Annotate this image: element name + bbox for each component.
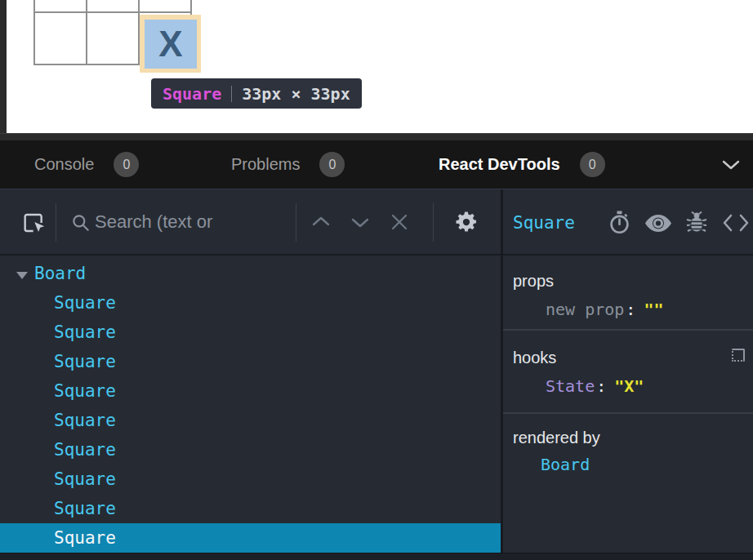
rendered-by-section: rendered by Board [503,414,753,553]
tooltip-divider [231,86,232,102]
component-tree: Board Square Square Square Square Square… [0,256,501,553]
board-row [34,0,191,12]
prop-colon: : [626,299,635,320]
tree-item-square-selected[interactable]: Square [0,523,501,553]
tab-console[interactable]: Console 0 [34,140,139,189]
tree-item-label: Square [54,440,116,460]
props-section: props new prop : "" [503,256,753,331]
tab-count-badge: 0 [114,152,139,177]
tree-item-label: Square [54,469,116,489]
hooks-section: hooks State: "X" [503,331,753,414]
tree-item-square[interactable]: Square [0,435,501,464]
rendered-by-owner[interactable]: Board [503,454,753,475]
board-cell-value: X [158,24,182,64]
hook-name: State [546,376,595,397]
tree-item-square[interactable]: Square [0,494,501,523]
board-cell[interactable] [87,0,139,12]
drawer-collapse-chevron-icon[interactable] [722,160,740,171]
tab-label: React DevTools [439,155,560,174]
selected-component-title: Square [513,189,575,256]
tab-react-devtools[interactable]: React DevTools 0 [439,140,605,189]
board-cell[interactable] [139,0,191,12]
tab-label: Console [34,155,94,174]
inspect-element-icon[interactable] [21,209,47,237]
tab-count-badge: 0 [580,152,605,177]
toolbar-divider [433,203,434,242]
board-cell[interactable] [34,12,87,64]
search-icon [70,212,91,233]
search-clear-icon[interactable] [390,213,408,231]
tree-item-label: Board [34,264,86,283]
stopwatch-profiler-icon[interactable] [608,210,631,236]
search-input[interactable] [95,207,287,237]
rendered-by-header: rendered by [513,427,753,448]
element-inspect-tooltip: Square 33px × 33px [151,78,362,109]
tab-label: Problems [231,155,300,174]
toolbar-divider [56,203,56,242]
board-cell[interactable] [87,12,139,64]
search-prev-chevron-up-icon[interactable] [312,216,330,227]
component-details-pane: props new prop : "" hooks State: "X" ren… [503,256,753,553]
hook-value[interactable]: "X" [614,376,644,397]
tree-item-square[interactable]: Square [0,406,501,435]
code-view-source-icon[interactable] [722,214,750,232]
tree-item-label: Square [54,499,116,518]
gear-icon[interactable] [454,210,479,234]
tree-item-square[interactable]: Square [0,347,501,376]
tree-item-label: Square [54,411,116,430]
expander-down-icon[interactable] [16,272,28,279]
bug-debug-icon[interactable] [686,211,707,235]
tab-problems[interactable]: Problems 0 [231,140,345,189]
bottom-scrollbar-track[interactable] [0,553,753,560]
eye-inspect-dom-icon[interactable] [644,214,672,233]
selected-component-name: Square [513,213,575,233]
board-cell[interactable] [34,0,87,12]
window-edge [0,0,7,133]
props-header: props [513,270,753,291]
hooks-header: hooks [513,347,753,368]
react-devtools-panel: Square [0,189,753,560]
tooltip-dimensions: 33px × 33px [242,84,350,104]
tree-item-square[interactable]: Square [0,288,501,318]
tree-item-label: Square [54,381,116,401]
tree-item-label: Square [54,293,116,313]
devtools-toolbar: Square [0,189,753,256]
toolbar-divider [296,203,296,242]
search-next-chevron-down-icon[interactable] [351,217,369,229]
new-prop-value-input[interactable]: "" [644,299,663,320]
hook-colon: : [596,376,606,397]
tree-item-label: Square [54,322,116,342]
parse-hook-names-icon[interactable] [732,349,745,362]
tree-item-square[interactable]: Square [0,318,501,347]
hook-state-row[interactable]: State: "X" [503,376,753,397]
tree-item-square[interactable]: Square [0,464,501,494]
drawer-tab-bar: Console 0 Problems 0 React DevTools 0 [0,140,753,189]
tooltip-component-name: Square [163,84,221,104]
tree-item-square[interactable]: Square [0,376,501,406]
inspected-page: X Square 33px × 33px [0,0,753,133]
new-prop-name-input[interactable]: new prop [546,299,624,320]
tree-item-label: Square [54,528,116,548]
new-prop-row[interactable]: new prop : "" [503,299,753,320]
tab-count-badge: 0 [319,152,345,177]
tree-item-label: Square [54,352,116,371]
inspect-content-highlight[interactable]: X [145,20,197,69]
owner-component-link[interactable]: Board [541,454,590,475]
tree-item-board[interactable]: Board [0,259,501,288]
drawer-resize-handle[interactable] [0,133,753,140]
